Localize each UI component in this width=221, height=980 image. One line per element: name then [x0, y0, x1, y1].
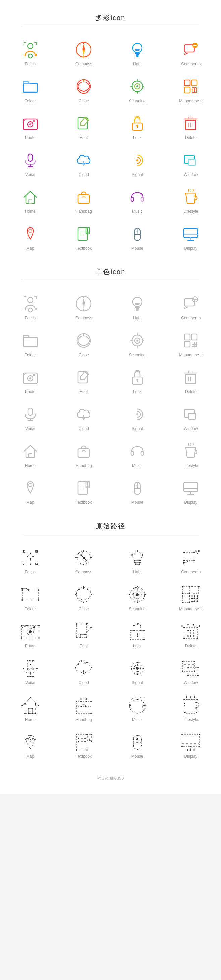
icon-handbag-color [74, 187, 94, 207]
svg-point-462 [75, 749, 77, 751]
svg-point-285 [21, 625, 22, 626]
icon-display-mono [181, 478, 201, 498]
page: 多彩icon Foc [0, 0, 221, 794]
list-item: Photo [3, 110, 57, 143]
svg-point-36 [33, 120, 35, 122]
list-item: Scanning [110, 327, 164, 361]
svg-point-494 [190, 746, 191, 748]
svg-rect-102 [184, 334, 190, 340]
svg-rect-389 [183, 662, 195, 671]
icon-label: Light [133, 62, 142, 66]
icon-label: Map [26, 754, 34, 759]
svg-point-443 [184, 712, 186, 713]
svg-rect-103 [191, 334, 197, 340]
svg-rect-44 [188, 117, 193, 119]
svg-point-63 [29, 229, 32, 232]
list-item: Home [3, 692, 57, 725]
icon-compass-raw [74, 548, 94, 568]
icon-lock-color [127, 113, 147, 134]
svg-rect-108 [194, 344, 197, 347]
icon-label: Management [179, 607, 203, 611]
icon-label: Lifestyle [183, 717, 198, 722]
icon-label: Comments [181, 570, 200, 574]
icon-compass-color [74, 40, 94, 60]
list-item: Light [110, 290, 164, 324]
list-item: Focus [3, 36, 57, 70]
icon-map-mono [20, 478, 40, 498]
icon-light-raw [127, 548, 147, 568]
section-raw: 原始路径 [0, 522, 221, 769]
mono-icon-grid: Focus Compass [0, 287, 221, 515]
icon-light-color [127, 40, 147, 60]
icon-label: Delete [185, 643, 197, 648]
svg-rect-325 [184, 627, 197, 639]
svg-point-262 [198, 586, 200, 587]
svg-rect-105 [192, 342, 194, 344]
icon-label: Display [184, 500, 197, 505]
svg-point-313 [130, 639, 131, 640]
list-item: Management [164, 327, 218, 361]
icon-delete-raw [181, 621, 201, 641]
list-item: Light [110, 544, 164, 578]
icon-label: Folder [24, 353, 36, 357]
svg-line-221 [196, 551, 197, 554]
svg-point-300 [86, 637, 87, 638]
icon-folder-color [20, 76, 40, 97]
svg-rect-28 [184, 87, 190, 93]
icon-label: Management [179, 99, 203, 103]
list-item: Textbook [57, 474, 111, 508]
svg-point-260 [189, 586, 190, 587]
list-item: Lock [110, 110, 164, 143]
icon-label: Music [132, 717, 143, 722]
icon-label: Handbag [75, 463, 92, 468]
icon-close-color [74, 76, 94, 97]
icon-folder-raw [20, 584, 40, 605]
icon-textbook-color [74, 224, 94, 244]
svg-rect-135 [78, 449, 89, 458]
icon-light-mono [127, 294, 147, 314]
icon-window-raw [181, 658, 201, 678]
section-title-mono: 单色icon [0, 267, 221, 277]
svg-rect-48 [28, 154, 33, 161]
section-title-raw: 原始路径 [0, 522, 221, 531]
icon-label: Edat [80, 135, 88, 140]
list-item: Voice [3, 147, 57, 180]
svg-rect-61 [141, 197, 144, 201]
list-item: Window [164, 147, 218, 180]
svg-point-288 [38, 638, 40, 639]
list-item: Close [57, 73, 111, 107]
icon-label: Textbook [75, 500, 92, 505]
svg-line-180 [83, 558, 86, 560]
list-item: Management [164, 581, 218, 615]
icon-close-raw [74, 584, 94, 605]
svg-point-241 [83, 602, 84, 603]
svg-point-496 [187, 749, 188, 751]
list-item: Signal [110, 147, 164, 180]
colorful-icon-grid: Focus Compass [0, 33, 221, 261]
svg-line-164 [30, 556, 33, 559]
svg-rect-10 [136, 55, 139, 57]
icon-label: Comments [181, 316, 200, 320]
icon-signal-raw [127, 658, 147, 678]
icon-label: Lock [133, 390, 141, 394]
svg-point-424 [80, 698, 82, 700]
list-item: Cloud [57, 147, 111, 180]
svg-rect-183 [91, 557, 92, 558]
svg-point-286 [38, 625, 40, 626]
icon-mouse-mono [127, 478, 147, 498]
list-item: Close [57, 327, 111, 361]
icon-edat-mono [74, 368, 94, 387]
icon-label: Home [25, 463, 35, 468]
raw-icon-grid: Focus [0, 541, 221, 769]
svg-point-467 [78, 738, 79, 739]
svg-point-328 [183, 638, 185, 640]
svg-point-469 [78, 741, 79, 742]
icon-mouse-raw [127, 732, 147, 752]
svg-line-162 [30, 554, 33, 556]
svg-point-265 [182, 595, 183, 597]
svg-point-266 [189, 595, 190, 597]
list-item: Focus [3, 544, 57, 578]
list-item: Comments [164, 544, 218, 578]
icon-signal-mono [127, 404, 147, 424]
svg-point-395 [187, 667, 189, 668]
